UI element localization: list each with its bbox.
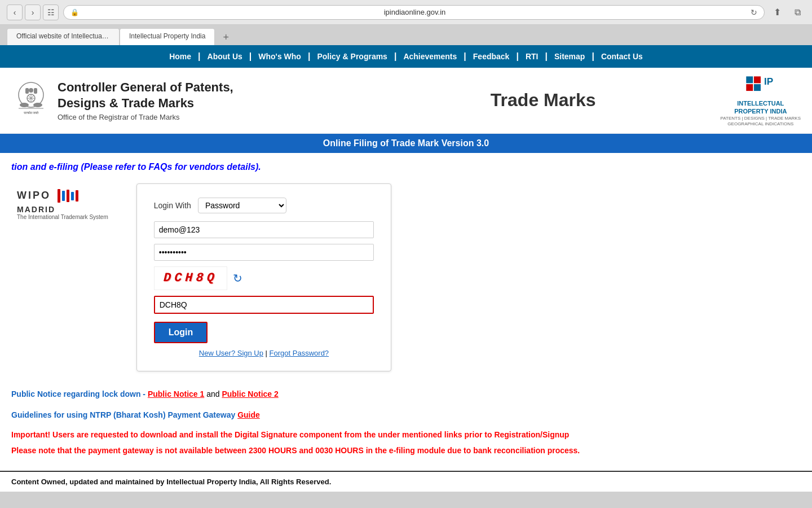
footer: Content Owned, updated and maintained by… bbox=[0, 471, 812, 492]
tab-official[interactable]: Official website of Intellectual Propert… bbox=[7, 28, 120, 45]
svg-point-10 bbox=[33, 103, 42, 107]
login-section: WIPO MADRID The International Trademark … bbox=[11, 183, 801, 371]
madrid-text: MADRID bbox=[17, 205, 55, 214]
nav-policy[interactable]: Policy & Programs bbox=[311, 45, 393, 68]
notice-payment-gateway: Please note that the payment gateway is … bbox=[11, 446, 801, 455]
nav-home[interactable]: Home bbox=[164, 45, 197, 68]
share-button[interactable]: ⬆ bbox=[769, 5, 785, 20]
filing-banner-text: Online Filing of Trade Mark Version 3.0 bbox=[323, 138, 489, 148]
svg-rect-15 bbox=[746, 84, 753, 91]
notice-ntrp-label: Guidelines for using NTRP (Bharat Kosh) … bbox=[11, 410, 237, 419]
header-logo-area: सत्यमेव जयते Controller General of Paten… bbox=[11, 78, 366, 123]
notice-lockdown: Public Notice regarding lock down - Publ… bbox=[11, 388, 801, 400]
svg-rect-1 bbox=[25, 88, 29, 94]
browser-toolbar: ‹ › ☷ 🔒 ↻ ⬆ ⧉ bbox=[0, 0, 812, 25]
announcement-text: tion and e-filing (Please refer to FAQs … bbox=[11, 162, 261, 172]
footer-text: Content Owned, updated and maintained by… bbox=[11, 478, 331, 486]
notice-connector: and bbox=[206, 389, 222, 398]
username-input[interactable] bbox=[154, 221, 374, 238]
svg-rect-16 bbox=[754, 84, 761, 91]
nav-rti[interactable]: RTI bbox=[520, 45, 544, 68]
svg-rect-2 bbox=[34, 88, 37, 94]
nav-sep-5: | bbox=[462, 51, 467, 62]
svg-text:IP: IP bbox=[764, 76, 773, 87]
links-separator: | bbox=[266, 349, 270, 357]
reader-view-button[interactable]: ☷ bbox=[43, 5, 59, 20]
reload-button[interactable]: ↻ bbox=[751, 8, 757, 17]
notice-ntrp: Guidelines for using NTRP (Bharat Kosh) … bbox=[11, 409, 801, 421]
public-notice-2-link[interactable]: Public Notice 2 bbox=[222, 389, 278, 398]
captcha-input[interactable] bbox=[154, 296, 374, 314]
svg-rect-13 bbox=[746, 76, 753, 83]
svg-text:सत्यमेव जयते: सत्यमेव जयते bbox=[23, 111, 39, 115]
wipo-text: WIPO bbox=[17, 190, 51, 202]
captcha-refresh-button[interactable]: ↻ bbox=[233, 271, 242, 285]
captcha-area: DCH8Q ↻ bbox=[154, 266, 374, 290]
back-button[interactable]: ‹ bbox=[7, 5, 23, 20]
org-sub: Office of the Registrar of Trade Marks bbox=[58, 113, 233, 121]
nav-about[interactable]: About Us bbox=[202, 45, 248, 68]
nav-whos-who[interactable]: Who's Who bbox=[253, 45, 307, 68]
nav-sep-4: | bbox=[393, 51, 398, 62]
org-name-line2: Designs & Trade Marks bbox=[58, 96, 194, 110]
svg-point-9 bbox=[20, 103, 29, 107]
emblem: सत्यमेव जयते bbox=[11, 78, 51, 123]
login-type-select[interactable]: Password Digital Signature OTP bbox=[198, 198, 286, 213]
tab-ip-india[interactable]: Intellectual Property India bbox=[120, 28, 215, 45]
login-button-row: Login bbox=[154, 322, 374, 343]
notice-lockdown-label: Public Notice regarding lock down - bbox=[11, 389, 148, 398]
ip-logo-text: INTELLECTUAL bbox=[737, 100, 784, 107]
main-navigation: Home | About Us | Who's Who | Policy & P… bbox=[0, 45, 812, 68]
svg-point-3 bbox=[29, 88, 33, 93]
wipo-bars bbox=[58, 189, 78, 203]
lock-icon: 🔒 bbox=[70, 8, 79, 16]
login-button[interactable]: Login bbox=[154, 322, 208, 343]
announcement: tion and e-filing (Please refer to FAQs … bbox=[11, 162, 801, 172]
password-input[interactable] bbox=[154, 244, 374, 261]
site-header: सत्यमेव जयते Controller General of Paten… bbox=[0, 68, 812, 134]
address-bar-container: 🔒 ↻ bbox=[63, 5, 765, 20]
nav-achievements[interactable]: Achievements bbox=[398, 45, 462, 68]
forward-button[interactable]: › bbox=[25, 5, 41, 20]
header-logo-right: IP INTELLECTUAL PROPERTY INDIA PATENTS |… bbox=[721, 73, 801, 128]
captcha-image: DCH8Q bbox=[154, 266, 227, 290]
public-notice-1-link[interactable]: Public Notice 1 bbox=[148, 389, 204, 398]
main-page: Home | About Us | Who's Who | Policy & P… bbox=[0, 45, 812, 492]
header-title: Trade Marks bbox=[366, 90, 721, 111]
login-type-row: Login With Password Digital Signature OT… bbox=[154, 198, 374, 213]
nav-sep-1: | bbox=[197, 51, 201, 62]
new-tab-plus-button[interactable]: + bbox=[217, 28, 235, 45]
madrid-sub: The International Trademark System bbox=[17, 214, 108, 220]
browser-chrome: ‹ › ☷ 🔒 ↻ ⬆ ⧉ Official website of Intell… bbox=[0, 0, 812, 45]
captcha-display: DCH8Q bbox=[163, 271, 218, 285]
nav-feedback[interactable]: Feedback bbox=[467, 45, 515, 68]
notice-digital-signature: Important! Users are requested to downlo… bbox=[11, 430, 801, 439]
new-tab-button[interactable]: ⧉ bbox=[789, 5, 805, 20]
address-bar[interactable] bbox=[83, 8, 746, 16]
svg-rect-14 bbox=[754, 76, 761, 83]
nav-sep-6: | bbox=[515, 51, 519, 62]
browser-actions: ⬆ ⧉ bbox=[769, 5, 805, 20]
nav-buttons: ‹ › ☷ bbox=[7, 5, 59, 20]
wipo-logo: WIPO MADRID The International Trademark … bbox=[11, 183, 114, 226]
nav-sep-2: | bbox=[248, 51, 253, 62]
tabs-bar: Official website of Intellectual Propert… bbox=[0, 25, 812, 45]
forgot-password-link[interactable]: Forgot Password? bbox=[270, 349, 329, 357]
guide-link[interactable]: Guide bbox=[237, 410, 260, 419]
login-with-label: Login With bbox=[154, 201, 191, 210]
nav-sitemap[interactable]: Sitemap bbox=[549, 45, 590, 68]
org-name-line1: Controller General of Patents, bbox=[58, 80, 233, 94]
nav-sep-7: | bbox=[544, 51, 548, 62]
new-user-signup-link[interactable]: New User? Sign Up bbox=[199, 349, 263, 357]
login-links: New User? Sign Up | Forgot Password? bbox=[154, 349, 374, 357]
ip-logo-sub: PATENTS | DESIGNS | TRADE MARKSGEOGRAPHI… bbox=[721, 116, 801, 128]
header-org-text: Controller General of Patents,Designs & … bbox=[58, 80, 233, 121]
nav-contact[interactable]: Contact Us bbox=[595, 45, 648, 68]
nav-sep-8: | bbox=[590, 51, 595, 62]
content-area: tion and e-filing (Please refer to FAQs … bbox=[0, 153, 812, 471]
nav-sep-3: | bbox=[307, 51, 311, 62]
filing-banner: Online Filing of Trade Mark Version 3.0 bbox=[0, 134, 812, 153]
ip-india-logo: IP INTELLECTUAL PROPERTY INDIA PATENTS |… bbox=[721, 73, 801, 128]
login-box: Login With Password Digital Signature OT… bbox=[136, 183, 391, 371]
section-title: Trade Marks bbox=[366, 90, 721, 111]
